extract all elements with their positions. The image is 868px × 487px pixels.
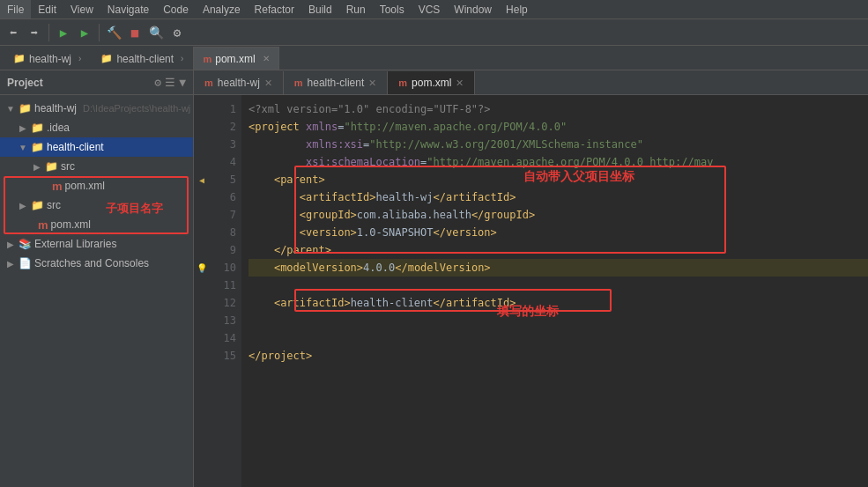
code-tag-modelVersion: modelVersion (280, 259, 357, 277)
folder-icon-2: 📁 (100, 53, 113, 64)
code-bracket-7a: < (300, 206, 306, 224)
tree-scratches[interactable]: ▶ 📄 Scratches and Consoles (0, 254, 193, 273)
code-line-10: <modelVersion>4.0.0</modelVersion> (249, 259, 868, 277)
tab-close-3[interactable]: ✕ (456, 77, 464, 89)
code-bracket-10d: > (484, 259, 490, 277)
sidebar-settings-icon[interactable]: ⚙ (154, 76, 161, 89)
gutter-5: ◀ (194, 171, 210, 188)
line-num-12: 12 (210, 294, 236, 312)
editor-area: m health-wj ✕ m health-client ✕ m pom.xm… (194, 70, 868, 487)
tree-health-wj-label: health-wj (34, 102, 77, 114)
code-spaces-12 (249, 294, 274, 312)
code-tag-artifactId: artifactId (306, 188, 369, 206)
code-xsi-schema: xsi:schemaLocation (306, 153, 420, 171)
code-spaces-7 (249, 206, 300, 224)
code-bracket-8b: > (351, 224, 357, 241)
tree-health-wj[interactable]: ▼ 📁 health-wj D:\IdeaProjects\health-wj (0, 99, 193, 118)
code-decl: <?xml version="1.0" encoding="UTF-8"?> (249, 100, 491, 118)
tree-arrow-1: ▼ (5, 104, 16, 114)
menu-build[interactable]: Build (301, 0, 339, 18)
toolbar-search[interactable]: 🔍 (146, 23, 166, 42)
menu-run[interactable]: Run (339, 0, 373, 18)
tree-health-wj-path: D:\IdeaProjects\health-wj (83, 103, 190, 114)
sidebar: Project ⚙ ☰ ▼ ▼ 📁 health-wj D:\IdeaProje… (0, 70, 194, 487)
code-tag-project-close: project (261, 347, 306, 365)
tree-src-client[interactable]: ▶ 📁 src (0, 157, 193, 176)
menu-analyze[interactable]: Analyze (196, 0, 248, 18)
tree-idea[interactable]: ▶ 📁 .idea (0, 118, 193, 137)
toolbar-forward[interactable]: ➡ (25, 23, 44, 42)
tree-pom-root-label: pom.xml (51, 218, 91, 231)
code-bracket-7b: > (351, 206, 357, 224)
tree-idea-label: .idea (47, 122, 70, 134)
code-val-3: "http://www.w3.org/2001/XMLSchema-instan… (369, 136, 643, 153)
breadcrumb-arrow-2: › (181, 54, 183, 63)
line-numbers: 1 2 3 4 5 6 7 8 9 10 11 12 13 14 15 (210, 95, 241, 487)
breadcrumb-pom[interactable]: m pom.xml ✕ (193, 47, 278, 70)
tree-health-client[interactable]: ▼ 📁 health-client (0, 137, 193, 157)
breadcrumb-health-client[interactable]: 📁 health-client › (91, 47, 193, 70)
code-tag-version: version (306, 224, 351, 241)
tree-src-root[interactable]: ▶ 📁 src (0, 196, 193, 215)
menu-edit[interactable]: Edit (31, 0, 63, 18)
editor-tab-health-client[interactable]: m health-client ✕ (284, 71, 389, 94)
gutter-icons: ◀ 💡 (194, 95, 210, 487)
menu-view[interactable]: View (63, 0, 100, 18)
tab-close-1[interactable]: ✕ (264, 77, 272, 89)
editor-tab-health-wj[interactable]: m health-wj ✕ (194, 71, 284, 94)
tree-external-icon: 📚 (19, 238, 32, 250)
toolbar-build[interactable]: 🔨 (104, 23, 123, 42)
tree-maven-icon: m (52, 180, 63, 193)
code-line-14 (249, 329, 868, 347)
code-bracket-15a: </ (249, 347, 261, 365)
code-spaces-6 (249, 188, 300, 206)
code-tag-parent-close: parent (286, 241, 324, 259)
tab-maven-icon-1: m (204, 77, 213, 88)
sidebar-gear-icon[interactable]: ▼ (179, 76, 186, 89)
toolbar-run[interactable]: ▶ (54, 23, 73, 42)
code-spaces-5 (249, 171, 274, 188)
code-tag-parent: parent (280, 171, 318, 188)
code-bracket-9a: </ (274, 241, 286, 259)
menu-code[interactable]: Code (156, 0, 196, 18)
toolbar-stop[interactable]: ■ (125, 23, 145, 42)
line-num-6: 6 (210, 188, 236, 206)
tree-pom-client[interactable]: ▶ m pom.xml (0, 176, 193, 196)
code-line-3: xmlns:xsi="http://www.w3.org/2001/XMLSch… (249, 136, 868, 153)
code-tag-artifactId-close: artifactId (446, 188, 509, 206)
tree-external-libs[interactable]: ▶ 📚 External Libraries (0, 234, 193, 254)
code-editor[interactable]: <?xml version="1.0" encoding="UTF-8"?> <… (241, 95, 868, 487)
tree-arrow-src-root: ▶ (18, 201, 28, 210)
editor-tab-pom[interactable]: m pom.xml ✕ (388, 71, 475, 94)
menubar: File Edit View Navigate Code Analyze Ref… (0, 0, 868, 19)
gutter-8 (194, 224, 210, 241)
breadcrumb-health-client-label: health-client (116, 53, 174, 65)
tree-scratches-icon: 📄 (19, 257, 32, 269)
menu-navigate[interactable]: Navigate (100, 0, 156, 18)
tree-arrow-scratches: ▶ (5, 259, 16, 269)
code-bracket-12a: < (274, 294, 280, 312)
code-line-15: </project> (249, 347, 868, 365)
code-indent-3 (249, 136, 306, 153)
tree-external-label: External Libraries (34, 238, 116, 250)
menu-file[interactable]: File (0, 0, 31, 18)
menu-window[interactable]: Window (447, 0, 499, 18)
main-layout: Project ⚙ ☰ ▼ ▼ 📁 health-wj D:\IdeaProje… (0, 70, 868, 487)
maven-icon: m (203, 54, 211, 64)
tab-close-2[interactable]: ✕ (368, 77, 376, 89)
menu-refactor[interactable]: Refactor (248, 0, 301, 18)
menu-tools[interactable]: Tools (373, 0, 412, 18)
menu-help[interactable]: Help (499, 0, 535, 18)
breadcrumb-health-wj[interactable]: 📁 health-wj › (4, 47, 91, 70)
code-bracket-5b: > (319, 171, 325, 188)
code-empty-14 (249, 329, 255, 347)
bookmark-icon-10: 💡 (197, 263, 207, 273)
sidebar-expand-icon[interactable]: ☰ (165, 76, 175, 89)
tab-maven-icon-2: m (294, 77, 303, 88)
tree-pom-root[interactable]: ▶ m pom.xml (0, 215, 193, 234)
toolbar-settings[interactable]: ⚙ (167, 23, 187, 42)
menu-vcs[interactable]: VCS (412, 0, 448, 18)
toolbar-debug[interactable]: ▶ (75, 23, 94, 42)
toolbar-back[interactable]: ⬅ (4, 23, 23, 42)
sidebar-tree: ▼ 📁 health-wj D:\IdeaProjects\health-wj … (0, 95, 193, 487)
